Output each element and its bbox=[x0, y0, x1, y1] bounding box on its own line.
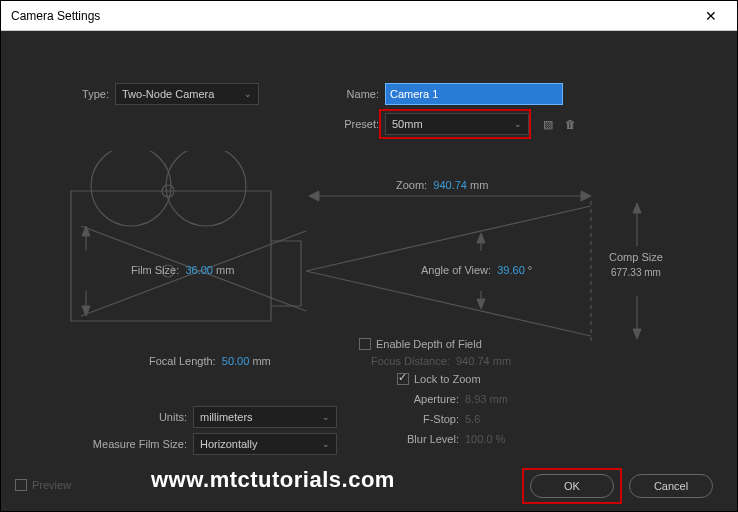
svg-point-1 bbox=[166, 151, 246, 226]
compsize-label: Comp Size bbox=[609, 251, 663, 263]
chevron-down-icon: ⌄ bbox=[322, 412, 330, 422]
chevron-down-icon: ⌄ bbox=[322, 439, 330, 449]
close-icon: ✕ bbox=[705, 8, 717, 24]
name-value: Camera 1 bbox=[390, 88, 438, 100]
type-value: Two-Node Camera bbox=[122, 88, 214, 100]
trash-icon: 🗑 bbox=[565, 118, 576, 130]
svg-line-5 bbox=[306, 271, 591, 336]
measure-film-size-value: Horizontally bbox=[200, 438, 257, 450]
highlight-preset bbox=[379, 109, 531, 139]
units-value: millimeters bbox=[200, 411, 253, 423]
dialog-content: Type: Two-Node Camera ⌄ Name: Camera 1 P… bbox=[1, 31, 737, 511]
aov-value[interactable]: 39.60 bbox=[497, 264, 525, 276]
preview-label: Preview bbox=[32, 479, 71, 491]
svg-marker-21 bbox=[82, 306, 90, 316]
save-icon: ▧ bbox=[543, 118, 553, 131]
units-label: Units: bbox=[109, 411, 187, 423]
close-button[interactable]: ✕ bbox=[691, 2, 731, 30]
aperture-value: 8.93 bbox=[465, 393, 486, 405]
diagram-svg bbox=[51, 151, 691, 351]
zoom-value[interactable]: 940.74 bbox=[433, 179, 467, 191]
fstop-label: F-Stop: bbox=[401, 413, 459, 425]
chevron-down-icon: ⌄ bbox=[244, 89, 252, 99]
filmsize-label: Film Size: bbox=[131, 264, 179, 276]
blurlevel-label: Blur Level: bbox=[401, 433, 459, 445]
filmsize-value[interactable]: 36.00 bbox=[185, 264, 213, 276]
measure-film-size-label: Measure Film Size: bbox=[61, 438, 187, 450]
compsize-value: 677.33 mm bbox=[611, 267, 661, 278]
focallength-value[interactable]: 50.00 bbox=[222, 355, 250, 367]
fstop-value: 5.6 bbox=[465, 413, 480, 425]
aov-unit: ° bbox=[528, 264, 532, 276]
preview-checkbox[interactable] bbox=[15, 479, 27, 491]
svg-marker-19 bbox=[82, 226, 90, 236]
window-title: Camera Settings bbox=[11, 9, 100, 23]
camera-settings-window: Camera Settings ✕ Type: Two-Node Camera … bbox=[0, 0, 738, 512]
units-dropdown[interactable]: millimeters ⌄ bbox=[193, 406, 337, 428]
svg-line-4 bbox=[306, 206, 591, 271]
zoom-unit: mm bbox=[470, 179, 488, 191]
delete-preset-button[interactable]: 🗑 bbox=[559, 113, 581, 135]
svg-marker-10 bbox=[309, 191, 319, 201]
name-label: Name: bbox=[341, 88, 379, 100]
aov-label: Angle of View: bbox=[421, 264, 491, 276]
lock-to-zoom-label: Lock to Zoom bbox=[414, 373, 481, 385]
save-preset-button[interactable]: ▧ bbox=[537, 113, 559, 135]
focallength-unit: mm bbox=[252, 355, 270, 367]
svg-marker-29 bbox=[633, 329, 641, 339]
blurlevel-value: 100.0 bbox=[465, 433, 493, 445]
titlebar: Camera Settings ✕ bbox=[1, 1, 737, 31]
name-input[interactable]: Camera 1 bbox=[385, 83, 563, 105]
aperture-label: Aperture: bbox=[401, 393, 459, 405]
camera-diagram: Zoom: 940.74 mm Film Size: 36.00 mm Angl… bbox=[51, 151, 691, 351]
focusdist-label: Focus Distance: bbox=[371, 355, 450, 367]
zoom-label: Zoom: bbox=[396, 179, 427, 191]
svg-point-0 bbox=[91, 151, 171, 226]
aperture-unit: mm bbox=[489, 393, 507, 405]
filmsize-unit: mm bbox=[216, 264, 234, 276]
lock-to-zoom-checkbox[interactable] bbox=[397, 373, 409, 385]
type-dropdown[interactable]: Two-Node Camera ⌄ bbox=[115, 83, 259, 105]
svg-marker-27 bbox=[633, 203, 641, 213]
blurlevel-unit: % bbox=[496, 433, 506, 445]
watermark-text: www.mtctutorials.com bbox=[151, 467, 395, 493]
svg-marker-11 bbox=[581, 191, 591, 201]
cancel-button[interactable]: Cancel bbox=[629, 474, 713, 498]
type-label: Type: bbox=[71, 88, 109, 100]
highlight-ok bbox=[522, 468, 622, 504]
focusdist-value: 940.74 bbox=[456, 355, 490, 367]
preset-label: Preset: bbox=[341, 118, 379, 130]
svg-marker-23 bbox=[477, 233, 485, 243]
enable-dof-label: Enable Depth of Field bbox=[376, 338, 482, 350]
cancel-label: Cancel bbox=[654, 480, 688, 492]
measure-film-size-dropdown[interactable]: Horizontally ⌄ bbox=[193, 433, 337, 455]
enable-dof-checkbox[interactable] bbox=[359, 338, 371, 350]
focallength-label: Focal Length: bbox=[149, 355, 216, 367]
svg-marker-25 bbox=[477, 299, 485, 309]
focusdist-unit: mm bbox=[493, 355, 511, 367]
